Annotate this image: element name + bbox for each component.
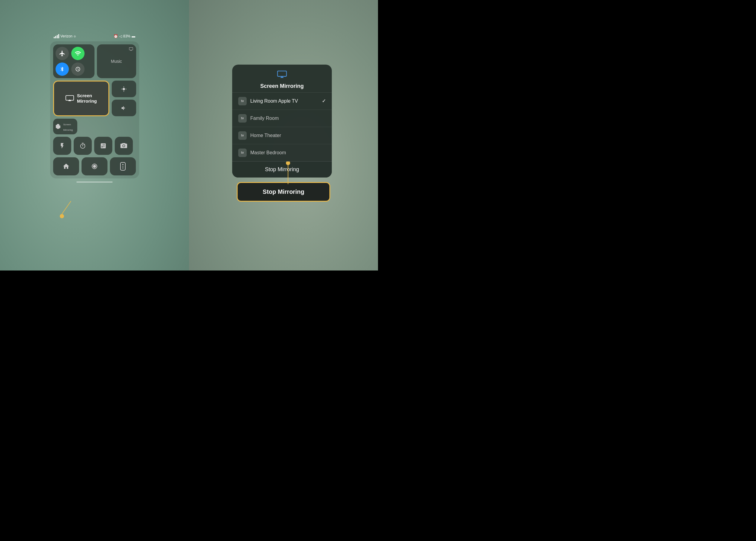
status-bar: Verizon ⌾ ⏰ ◁ 83% ▬ [48,34,141,38]
popup-header: Screen Mirroring [232,65,332,93]
wifi-button[interactable] [71,47,85,60]
direction-icon: ◁ [119,34,122,38]
screen-mirroring-popup-icon [277,71,287,81]
device-item-living-room[interactable]: tv Living Room Apple TV ✓ [232,93,332,110]
status-bar-left: Verizon ⌾ [54,34,76,38]
flashlight-button[interactable] [53,137,71,155]
music-tile[interactable]: Music [97,44,136,78]
stop-mirroring-inline-button[interactable]: Stop Mirroring [232,162,332,178]
status-bar-right: ⏰ ◁ 83% ▬ [114,34,135,38]
svg-rect-11 [278,71,287,76]
stop-mirroring-inline-label: Stop Mirroring [265,166,299,173]
rotation-lock-label: ScreenMirroring [63,123,73,131]
signal-bars [54,34,59,38]
battery-pct: 83% [123,34,130,38]
stop-mirroring-highlighted-label: Stop Mirroring [263,189,304,195]
left-panel: Verizon ⌾ ⏰ ◁ 83% ▬ [0,0,189,270]
cc-top-row: Music [53,44,136,78]
device-item-family-room[interactable]: tv Family Room [232,110,332,127]
cc-row3: ScreenMirroring [53,119,136,134]
phone-frame: Verizon ⌾ ⏰ ◁ 83% ▬ [48,34,141,237]
wifi-icon: ⌾ [74,34,76,38]
checkmark-icon: ✓ [322,98,326,104]
appletv-icon-1: tv [238,114,247,123]
volume-slider[interactable] [112,100,136,116]
battery-icon: ▬ [132,34,135,38]
bluetooth-button[interactable] [56,63,69,76]
device-name-1: Family Room [250,116,326,121]
music-label: Music [111,59,122,64]
brightness-slider[interactable] [112,81,136,97]
airdrop-button[interactable] [71,63,85,76]
control-center: Music ScreenMirroring [50,41,139,179]
alarm-icon: ⏰ [114,34,118,38]
remote-button[interactable] [110,157,136,176]
popup-container: Screen Mirroring tv Living Room Apple TV… [232,65,335,206]
cc-connectivity-group [53,44,95,78]
right-panel: Screen Mirroring tv Living Room Apple TV… [189,0,378,270]
cc-top-icons [56,47,92,60]
home-button[interactable] [53,157,79,176]
svg-point-5 [122,164,124,165]
carrier-label: Verizon [60,34,72,38]
airplay-icon [129,47,133,52]
timer-button[interactable] [74,137,92,155]
appletv-icon-0: tv [238,97,247,105]
home-indicator [76,182,113,183]
screen-mirroring-label: ScreenMirroring [77,93,97,104]
popup-device-list: tv Living Room Apple TV ✓ tv Family Room… [232,93,332,161]
screen-mirroring-highlighted-button[interactable]: ScreenMirroring [53,81,110,116]
cc-right-sliders [112,81,136,116]
svg-point-3 [93,165,96,168]
svg-rect-8 [122,168,124,169]
cc-mid-row: ScreenMirroring [53,81,136,116]
screen-mirroring-popup: Screen Mirroring tv Living Room Apple TV… [232,65,332,178]
cc-bottom-row [53,157,136,176]
rotation-lock-button[interactable]: ScreenMirroring [53,119,77,134]
cc-utilities-row [53,137,136,155]
svg-rect-7 [122,167,124,168]
popup-title: Screen Mirroring [260,83,304,89]
device-name-3: Master Bedroom [250,150,326,156]
device-item-master-bedroom[interactable]: tv Master Bedroom [232,144,332,161]
cc-bottom-icons [56,63,92,76]
camera-button[interactable] [115,137,133,155]
svg-rect-6 [122,166,124,167]
appletv-icon-2: tv [238,131,247,140]
screen-record-button[interactable] [82,157,108,176]
device-item-home-theater[interactable]: tv Home Theater [232,127,332,144]
calculator-button[interactable] [94,137,112,155]
device-name-2: Home Theater [250,133,326,138]
stop-mirroring-highlighted-button[interactable]: Stop Mirroring [237,182,330,202]
airplane-mode-button[interactable] [56,47,69,60]
device-name-0: Living Room Apple TV [250,98,318,104]
appletv-icon-3: tv [238,149,247,157]
